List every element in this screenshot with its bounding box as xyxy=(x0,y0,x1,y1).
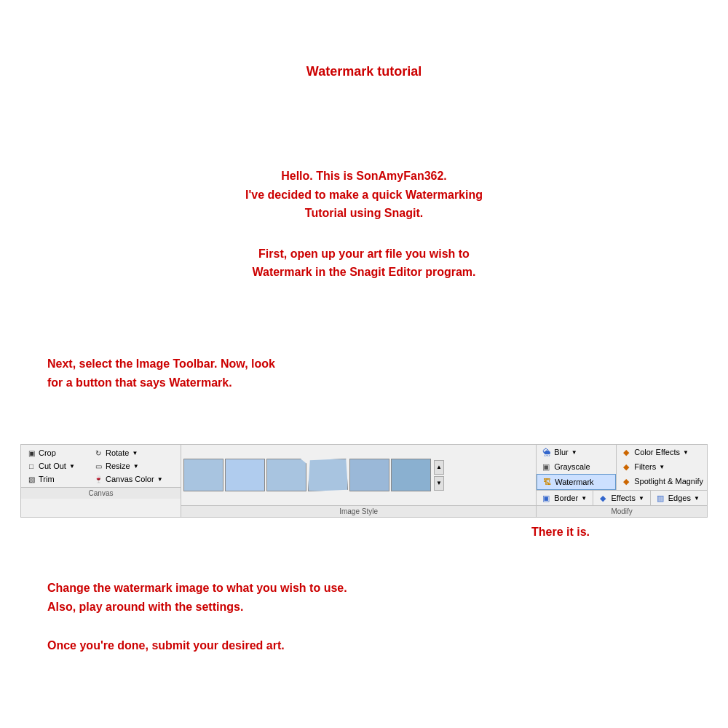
style-thumb-2[interactable] xyxy=(225,459,265,491)
step1-text: First, open up your art file you wish to… xyxy=(0,245,728,282)
canvas-label: Canvas xyxy=(21,487,181,499)
modify-label: Modify xyxy=(537,505,707,517)
modify-section: 🌦 Blur ▼ ▣ Grayscale 🏗 Watermark xyxy=(537,445,707,517)
submit-text: Once you're done, submit your desired ar… xyxy=(47,639,285,652)
crop-icon: ▣ xyxy=(26,448,36,458)
canvas-color-dropdown[interactable]: ▼ xyxy=(157,476,163,483)
thumb-nav-up[interactable]: ▲ xyxy=(434,460,444,475)
image-style-section: ▲ ▼ Image Style xyxy=(181,445,537,517)
watermark-button[interactable]: 🏗 Watermark xyxy=(537,474,616,490)
effects-button[interactable]: ◆ Effects ▼ xyxy=(593,491,649,505)
color-effects-dropdown[interactable]: ▼ xyxy=(683,449,689,456)
modify-right: ◆ Color Effects ▼ ◆ Filters ▼ ◆ Spotligh… xyxy=(617,445,707,490)
trim-icon: ▧ xyxy=(26,474,36,484)
change-text: Change the watermark image to what you w… xyxy=(47,579,347,616)
rotate-button[interactable]: ↻ Rotate ▼ xyxy=(91,447,157,459)
page-title: Watermark tutorial xyxy=(0,0,728,79)
spotlight-magnify-button[interactable]: ◆ Spotlight & Magnify xyxy=(617,474,707,488)
filters-button[interactable]: ◆ Filters ▼ xyxy=(617,459,707,474)
spotlight-icon: ◆ xyxy=(620,475,632,487)
image-toolbar: ▣ Crop ↻ Rotate ▼ □ Cut Out ▼ xyxy=(20,444,708,518)
border-icon: ▣ xyxy=(540,492,552,504)
filters-dropdown[interactable]: ▼ xyxy=(659,464,665,470)
border-dropdown[interactable]: ▼ xyxy=(581,495,587,502)
cutout-button[interactable]: □ Cut Out ▼ xyxy=(24,460,90,472)
edges-dropdown[interactable]: ▼ xyxy=(694,495,700,502)
resize-button[interactable]: ▭ Resize ▼ xyxy=(91,460,157,472)
color-effects-button[interactable]: ◆ Color Effects ▼ xyxy=(617,445,707,459)
there-it-is-text: There it is. xyxy=(531,526,590,539)
style-thumb-4[interactable] xyxy=(308,459,348,491)
rotate-dropdown[interactable]: ▼ xyxy=(132,450,138,456)
rotate-icon: ↻ xyxy=(93,448,103,458)
step2-text: Next, select the Image Toolbar. Now, loo… xyxy=(47,355,728,392)
grayscale-icon: ▣ xyxy=(540,461,552,472)
thumb-nav: ▲ ▼ xyxy=(434,460,444,491)
color-effects-icon: ◆ xyxy=(620,446,632,458)
cutout-dropdown[interactable]: ▼ xyxy=(69,463,75,470)
crop-button[interactable]: ▣ Crop xyxy=(24,447,90,459)
canvas-section: ▣ Crop ↻ Rotate ▼ □ Cut Out ▼ xyxy=(21,445,181,517)
style-thumb-5[interactable] xyxy=(349,459,389,491)
intro-text: Hello. This is SonAmyFan362. I've decide… xyxy=(0,167,728,223)
watermark-icon: 🏗 xyxy=(541,476,553,488)
trim-button[interactable]: ▧ Trim xyxy=(24,473,90,485)
cutout-icon: □ xyxy=(26,461,36,471)
style-thumb-6[interactable] xyxy=(391,459,431,491)
resize-icon: ▭ xyxy=(93,461,103,471)
style-thumb-1[interactable] xyxy=(183,459,223,491)
effects-icon: ◆ xyxy=(597,492,609,504)
canvas-color-button[interactable]: 🍷 Canvas Color ▼ xyxy=(91,473,165,485)
blur-dropdown[interactable]: ▼ xyxy=(571,449,577,456)
style-thumb-3[interactable] xyxy=(266,459,306,491)
modify-left: 🌦 Blur ▼ ▣ Grayscale 🏗 Watermark xyxy=(537,445,617,490)
effects-dropdown[interactable]: ▼ xyxy=(638,495,644,502)
canvas-color-icon: 🍷 xyxy=(93,474,103,484)
resize-dropdown[interactable]: ▼ xyxy=(133,463,139,470)
edges-button[interactable]: ▥ Edges ▼ xyxy=(650,491,707,505)
edges-icon: ▥ xyxy=(654,492,666,504)
filters-icon: ◆ xyxy=(620,461,632,472)
border-button[interactable]: ▣ Border ▼ xyxy=(537,491,593,505)
blur-icon: 🌦 xyxy=(540,446,552,458)
blur-button[interactable]: 🌦 Blur ▼ xyxy=(537,445,616,459)
image-style-label: Image Style xyxy=(181,505,536,517)
grayscale-button[interactable]: ▣ Grayscale xyxy=(537,459,616,474)
thumb-nav-down[interactable]: ▼ xyxy=(434,476,444,491)
